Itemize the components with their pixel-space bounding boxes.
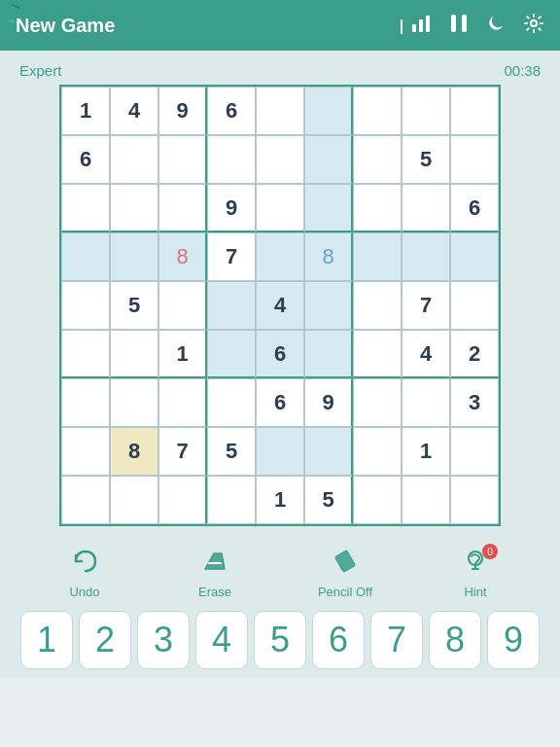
sudoku-cell[interactable] [402, 476, 450, 524]
numpad-button-4[interactable]: 4 [195, 611, 248, 669]
sudoku-cell[interactable] [304, 184, 353, 232]
sudoku-cell[interactable] [353, 135, 402, 184]
sudoku-cell[interactable] [110, 476, 158, 524]
sudoku-cell[interactable] [353, 476, 402, 524]
sudoku-cell[interactable] [256, 232, 304, 281]
pencil-button[interactable]: Pencil Off [311, 548, 379, 599]
sudoku-cell[interactable]: 1 [256, 476, 304, 524]
sudoku-cell[interactable] [61, 184, 110, 232]
sudoku-cell[interactable] [110, 184, 158, 232]
sudoku-cell[interactable] [353, 87, 402, 135]
sudoku-cell[interactable] [450, 87, 499, 135]
sudoku-cell[interactable]: 9 [207, 184, 256, 232]
numpad-button-6[interactable]: 6 [312, 611, 365, 669]
sudoku-cell[interactable] [353, 232, 402, 281]
sudoku-cell[interactable] [304, 281, 353, 330]
sudoku-cell[interactable]: 4 [110, 87, 158, 135]
sudoku-cell[interactable] [304, 330, 353, 378]
sudoku-cell[interactable] [110, 378, 158, 427]
sudoku-cell[interactable]: 7 [402, 281, 450, 330]
erase-button[interactable]: Erase [181, 548, 249, 599]
undo-button[interactable]: Undo [51, 548, 119, 599]
numpad-button-1[interactable]: 1 [20, 611, 73, 669]
sudoku-cell[interactable] [353, 330, 402, 378]
sudoku-cell[interactable]: 6 [256, 330, 304, 378]
sudoku-cell[interactable] [256, 87, 304, 135]
moon-icon[interactable] [486, 13, 506, 39]
sudoku-cell[interactable] [207, 330, 256, 378]
sudoku-cell[interactable] [353, 184, 402, 232]
sudoku-cell[interactable]: 5 [110, 281, 158, 330]
stats-icon[interactable]: Ⅰ [399, 13, 432, 39]
sudoku-cell[interactable] [207, 135, 256, 184]
sudoku-cell[interactable]: 3 [450, 378, 499, 427]
sudoku-cell[interactable] [158, 378, 207, 427]
numpad-button-3[interactable]: 3 [137, 611, 190, 669]
sudoku-cell[interactable] [353, 427, 402, 476]
sudoku-cell[interactable] [353, 281, 402, 330]
svg-point-15 [474, 566, 476, 568]
numpad-button-7[interactable]: 7 [370, 611, 423, 669]
sudoku-cell[interactable]: 8 [158, 232, 207, 281]
numpad-button-8[interactable]: 8 [429, 611, 481, 669]
sudoku-cell[interactable]: 9 [304, 378, 353, 427]
numpad-button-5[interactable]: 5 [254, 611, 306, 669]
sudoku-cell[interactable] [256, 427, 304, 476]
sudoku-cell[interactable] [450, 135, 499, 184]
sudoku-cell[interactable]: 7 [158, 427, 207, 476]
settings-icon[interactable] [523, 13, 544, 39]
sudoku-cell[interactable] [304, 135, 353, 184]
sudoku-cell[interactable] [450, 476, 499, 524]
sudoku-cell[interactable] [158, 476, 207, 524]
sudoku-cell[interactable] [402, 184, 450, 232]
sudoku-cell[interactable]: 1 [402, 427, 450, 476]
sudoku-cell[interactable] [402, 378, 450, 427]
sudoku-cell[interactable] [450, 232, 499, 281]
numpad-button-9[interactable]: 9 [487, 611, 540, 669]
sudoku-cell[interactable]: 8 [304, 232, 353, 281]
sudoku-cell[interactable]: 7 [207, 232, 256, 281]
sudoku-cell[interactable] [304, 427, 353, 476]
numpad: 123456789 [0, 605, 560, 679]
sudoku-cell[interactable] [353, 378, 402, 427]
sudoku-cell[interactable] [158, 281, 207, 330]
sudoku-cell[interactable]: 1 [158, 330, 207, 378]
sudoku-cell[interactable] [61, 330, 110, 378]
sudoku-cell[interactable] [207, 378, 256, 427]
sudoku-cell[interactable]: 6 [207, 87, 256, 135]
sudoku-cell[interactable] [61, 427, 110, 476]
sudoku-cell[interactable] [110, 330, 158, 378]
sudoku-cell[interactable] [158, 184, 207, 232]
sudoku-cell[interactable] [207, 476, 256, 524]
pause-icon[interactable] [449, 13, 469, 39]
sudoku-cell[interactable]: 5 [304, 476, 353, 524]
sudoku-cell[interactable] [450, 427, 499, 476]
sudoku-cell[interactable]: 4 [402, 330, 450, 378]
sudoku-cell[interactable] [110, 232, 158, 281]
sudoku-cell[interactable] [256, 184, 304, 232]
sudoku-cell[interactable]: 6 [450, 184, 499, 232]
sudoku-cell[interactable]: 4 [256, 281, 304, 330]
sudoku-cell[interactable]: 6 [61, 135, 110, 184]
sudoku-cell[interactable] [61, 378, 110, 427]
sudoku-cell[interactable]: 1 [61, 87, 110, 135]
sudoku-cell[interactable]: 5 [207, 427, 256, 476]
sudoku-cell[interactable] [61, 476, 110, 524]
sudoku-cell[interactable] [402, 232, 450, 281]
sudoku-cell[interactable]: 5 [402, 135, 450, 184]
hint-button[interactable]: 0 Hint [441, 548, 509, 599]
sudoku-cell[interactable] [61, 232, 110, 281]
sudoku-cell[interactable] [207, 281, 256, 330]
sudoku-cell[interactable] [61, 281, 110, 330]
sudoku-cell[interactable] [158, 135, 207, 184]
sudoku-cell[interactable]: 6 [256, 378, 304, 427]
sudoku-cell[interactable]: 9 [158, 87, 207, 135]
numpad-button-2[interactable]: 2 [79, 611, 131, 669]
sudoku-cell[interactable] [256, 135, 304, 184]
sudoku-cell[interactable] [402, 87, 450, 135]
sudoku-cell[interactable] [110, 135, 158, 184]
sudoku-cell[interactable] [450, 281, 499, 330]
sudoku-cell[interactable]: 8 [110, 427, 158, 476]
sudoku-cell[interactable]: 2 [450, 330, 499, 378]
sudoku-cell[interactable] [304, 87, 353, 135]
